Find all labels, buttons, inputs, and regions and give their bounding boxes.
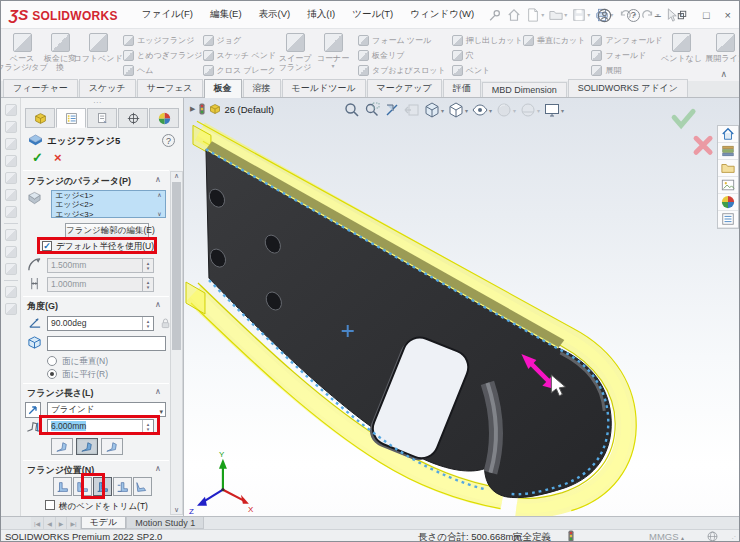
- globe-status-icon[interactable]: [707, 531, 718, 542]
- help-icon[interactable]: ?: [627, 9, 640, 22]
- ribbon-item[interactable]: ベント: [452, 64, 523, 76]
- restore-button[interactable]: [676, 9, 688, 21]
- section-view-icon[interactable]: [384, 102, 400, 118]
- tree-expand-icon[interactable]: ▶: [190, 105, 195, 113]
- login-person-icon[interactable]: [597, 8, 612, 23]
- command-tab[interactable]: 評価: [443, 79, 481, 97]
- copy-tool-icon[interactable]: [5, 303, 17, 315]
- copy-tool-icon[interactable]: [5, 286, 17, 298]
- tab-nav-next-button[interactable]: ▶: [56, 517, 68, 529]
- command-tab[interactable]: モールドツール: [282, 79, 366, 97]
- menu-item[interactable]: 表示(V): [259, 8, 291, 21]
- ribbon-item[interactable]: アンフォールド: [591, 34, 662, 46]
- flange-position-material-outside-button[interactable]: [73, 477, 92, 496]
- face-selection-field[interactable]: [47, 336, 166, 351]
- scrollbar-thumb[interactable]: [172, 182, 181, 350]
- tab-motion-study[interactable]: Motion Study 1: [126, 517, 204, 529]
- ribbon-item[interactable]: クロス ブレーク: [203, 64, 277, 76]
- group-header-flange-position[interactable]: フランジ位置(N): [27, 464, 94, 477]
- maximize-button[interactable]: □: [703, 9, 710, 21]
- ribbon-big-button[interactable]: ベースフランジ/タブ: [3, 30, 41, 80]
- zoom-to-area-icon[interactable]: [364, 102, 380, 118]
- length-ref-inner-virtual-sharp-button[interactable]: [76, 438, 98, 455]
- flange-length-field[interactable]: 6.000mm▴▾: [47, 419, 154, 434]
- caret-down-icon[interactable]: ▾: [587, 11, 590, 18]
- previous-view-icon[interactable]: [404, 102, 420, 118]
- spinner[interactable]: ▴▾: [142, 278, 153, 291]
- end-condition-dropdown[interactable]: ブラインド▾: [47, 402, 166, 417]
- panel-drag-handle[interactable]: ⋯: [93, 98, 101, 107]
- caret-down-icon[interactable]: ▾: [564, 11, 567, 18]
- graphics-viewport[interactable]: Y X Z ▶ 26 (Default): [184, 98, 740, 516]
- tab-configuration-manager[interactable]: [87, 108, 117, 128]
- chevron-up-icon[interactable]: ∧: [155, 464, 161, 473]
- sketch-tool-icon[interactable]: [5, 246, 17, 258]
- ribbon-collapse-chevron[interactable]: ∧: [720, 69, 727, 79]
- command-tab[interactable]: 板金: [204, 79, 242, 98]
- command-tab[interactable]: スケッチ: [79, 79, 136, 97]
- ribbon-item[interactable]: フォールド: [591, 49, 662, 61]
- normal-to-face-radio[interactable]: [47, 356, 57, 366]
- caret-down-icon[interactable]: ▾: [537, 107, 540, 114]
- reverse-direction-button[interactable]: [25, 402, 41, 418]
- scroll-down-icon[interactable]: ∨: [174, 506, 179, 514]
- design-library-icon[interactable]: [718, 143, 738, 160]
- edge-list-item[interactable]: エッジ<2>: [52, 200, 165, 209]
- caret-down-icon[interactable]: ▾: [513, 107, 516, 114]
- chevron-up-icon[interactable]: ∧: [155, 387, 161, 396]
- spinner[interactable]: ▴▾: [142, 420, 153, 433]
- ribbon-item[interactable]: 展開: [591, 64, 662, 76]
- menu-item[interactable]: ウィンドウ(W): [410, 8, 474, 21]
- view-cube-icon[interactable]: [5, 104, 17, 116]
- parallel-to-face-radio[interactable]: [47, 369, 57, 379]
- minimize-button[interactable]: –: [655, 9, 661, 21]
- menu-item[interactable]: 挿入(I): [307, 8, 335, 21]
- scroll-up-icon[interactable]: ∧: [157, 191, 161, 198]
- file-explorer-icon[interactable]: [718, 160, 738, 177]
- flange-position-offset-button[interactable]: [113, 477, 132, 496]
- ribbon-item[interactable]: とめつぎフランジ: [123, 49, 203, 61]
- ribbon-item[interactable]: 板金リブ: [358, 49, 446, 61]
- edge-list-item[interactable]: エッジ<1>: [52, 191, 165, 200]
- tab-dimxpert-manager[interactable]: [118, 108, 148, 128]
- save-icon[interactable]: ▾: [572, 8, 590, 22]
- display-style-icon[interactable]: ▾: [424, 102, 444, 118]
- edge-list-item[interactable]: エッジ<3>: [52, 210, 165, 218]
- group-header-flange-parameters[interactable]: フランジのパラメータ(P): [27, 175, 131, 188]
- angle-field[interactable]: 90.00deg▴▾: [47, 316, 154, 331]
- panel-scrollbar[interactable]: ∧ ∨: [170, 171, 183, 515]
- ok-button[interactable]: ✓: [32, 150, 43, 165]
- ribbon-item[interactable]: ジョグ: [203, 34, 277, 46]
- help-icon[interactable]: ?: [162, 134, 175, 147]
- ribbon-item[interactable]: スケッチ ベンド: [203, 49, 277, 61]
- scroll-down-icon[interactable]: ∨: [157, 210, 161, 217]
- view-cube-icon[interactable]: [5, 189, 17, 201]
- edit-appearance-icon[interactable]: ▾: [496, 102, 516, 118]
- unit-system-selector[interactable]: MMGS: [649, 531, 679, 542]
- caret-down-icon[interactable]: ▾: [561, 107, 564, 114]
- scroll-up-icon[interactable]: ∧: [174, 172, 179, 180]
- caret-down-icon[interactable]: ▾: [541, 11, 544, 18]
- cancel-button[interactable]: ×: [54, 150, 62, 165]
- view-cube-icon[interactable]: [5, 121, 17, 133]
- ribbon-item[interactable]: 垂直にカット: [523, 34, 586, 46]
- group-header-angle[interactable]: 角度(G): [27, 300, 58, 313]
- ribbon-item[interactable]: エッジフランジ: [123, 34, 203, 46]
- listbox-scrollbar[interactable]: ∧ ∨: [155, 191, 164, 217]
- ribbon-item[interactable]: フォーム ツール: [358, 34, 446, 46]
- caret-down-icon[interactable]: ▾: [441, 107, 444, 114]
- command-tab[interactable]: フィーチャー: [3, 79, 78, 97]
- flange-position-tangent-button[interactable]: [133, 477, 152, 496]
- command-tab[interactable]: マークアップ: [367, 79, 442, 97]
- zoom-fit-icon[interactable]: [344, 102, 360, 118]
- tab-feature-tree[interactable]: [25, 108, 55, 128]
- tree-root-label[interactable]: 26 (Default): [224, 104, 274, 115]
- menu-item[interactable]: 編集(E): [210, 8, 242, 21]
- menu-item[interactable]: ツール(T): [352, 8, 393, 21]
- close-button[interactable]: ×: [725, 9, 731, 21]
- ribbon-big-button[interactable]: ロフトベンド: [79, 30, 117, 80]
- tab-nav-last-button[interactable]: ▶|: [67, 517, 80, 529]
- ribbon-item[interactable]: 押し出しカット: [452, 34, 523, 46]
- length-ref-outer-virtual-sharp-button[interactable]: [51, 438, 73, 455]
- pin-icon[interactable]: [488, 8, 502, 22]
